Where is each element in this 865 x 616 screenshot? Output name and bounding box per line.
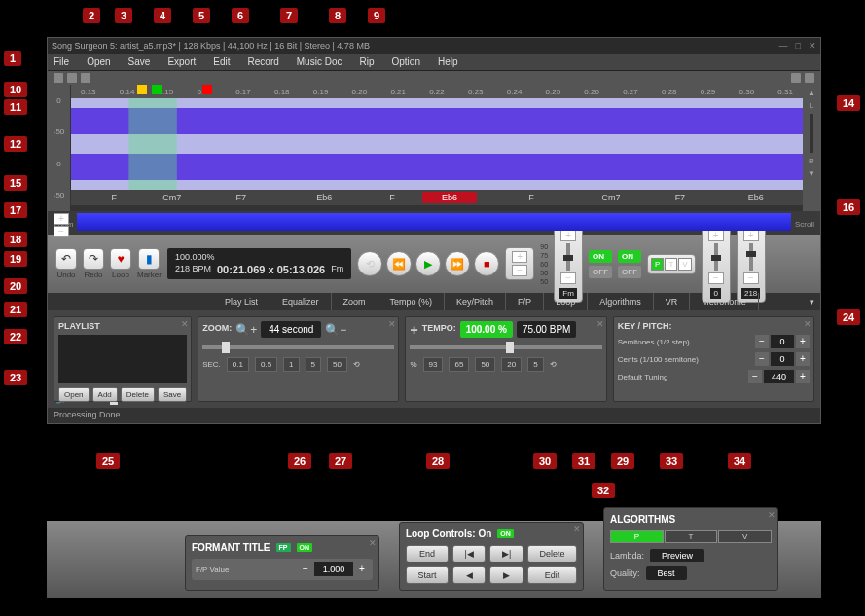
tab-metronome[interactable]: Metronome — [690, 293, 759, 310]
key-plus-button[interactable]: + — [560, 230, 576, 241]
playlist-save-button[interactable]: Save — [158, 387, 187, 402]
menu-save[interactable]: Save — [128, 56, 151, 67]
tempo-slider[interactable] — [410, 345, 601, 349]
playlist-delete-button[interactable]: Delete — [121, 387, 155, 402]
tempo-thumb[interactable] — [506, 342, 514, 353]
metro-slider[interactable] — [749, 243, 753, 271]
zoom-thumb[interactable] — [222, 342, 230, 353]
menu-edit[interactable]: Edit — [213, 56, 230, 67]
menu-musicdoc[interactable]: Music Doc — [297, 56, 342, 67]
loop-off-button[interactable]: OFF — [618, 266, 641, 278]
vr-plus-button[interactable]: + — [708, 230, 724, 241]
menu-rip[interactable]: Rip — [359, 56, 374, 67]
ptv-p-button[interactable]: P — [651, 258, 664, 271]
menu-record[interactable]: Record — [248, 56, 279, 67]
tab-playlist[interactable]: Play List — [213, 293, 270, 310]
waveform[interactable] — [71, 98, 803, 190]
tab-loop[interactable]: Loop — [544, 293, 588, 310]
menu-open[interactable]: Open — [87, 56, 110, 67]
menu-export[interactable]: Export — [167, 56, 196, 67]
tempo-plus-icon[interactable]: + — [410, 322, 417, 338]
formant-plus-button[interactable]: + — [355, 562, 369, 576]
zoom-preset-button[interactable]: 0.1 — [227, 357, 249, 372]
panel-close-icon[interactable]: ✕ — [388, 319, 396, 329]
key-slider[interactable] — [566, 243, 570, 271]
slider-thumb[interactable] — [746, 251, 756, 257]
semi-plus-button[interactable]: + — [796, 335, 810, 348]
vr-minus-button[interactable]: − — [708, 272, 724, 284]
playlist-list[interactable] — [58, 335, 187, 383]
tab-algorithms[interactable]: Algorithms — [588, 293, 654, 310]
tempo-preset-button[interactable]: 5 — [527, 357, 543, 372]
marker-yellow-icon[interactable] — [137, 85, 147, 94]
lambda-value[interactable]: Preview — [650, 549, 704, 562]
marker-green-icon[interactable] — [152, 85, 162, 94]
toolbar-icon[interactable] — [81, 73, 90, 83]
semi-minus-button[interactable]: − — [755, 335, 769, 348]
nav-right-icon[interactable] — [805, 73, 814, 83]
zoom-out-icon[interactable]: 🔍− — [325, 323, 346, 337]
fp-off-button[interactable]: OFF — [589, 266, 612, 278]
loop-on-button[interactable]: ON — [618, 250, 641, 263]
zoom-preset-button[interactable]: 1 — [283, 357, 299, 372]
restart-button[interactable]: ⟲ — [357, 251, 382, 276]
tab-zoom[interactable]: Zoom — [332, 293, 378, 310]
panel-close-icon[interactable]: ✕ — [804, 319, 811, 329]
formant-on-toggle[interactable]: ON — [297, 543, 313, 552]
panel-close-icon[interactable]: ✕ — [596, 319, 604, 329]
ptv-v-button[interactable]: V — [678, 258, 691, 271]
zoom-in-button[interactable]: + — [54, 213, 69, 225]
tab-equalizer[interactable]: Equalizer — [270, 293, 332, 310]
minimize-icon[interactable]: — — [779, 41, 788, 51]
nav-down-icon[interactable]: ▼ — [808, 169, 815, 178]
close-icon[interactable]: ✕ — [809, 41, 816, 51]
zoom-reset-icon[interactable]: ⟲ — [353, 360, 360, 369]
zoom-in-icon[interactable]: 🔍+ — [235, 323, 257, 337]
undo-button[interactable]: ↶ — [55, 248, 77, 270]
panel-close-icon[interactable]: ✕ — [573, 525, 581, 534]
loop-prev-button[interactable]: ◀ — [452, 566, 486, 584]
metro-minus-button[interactable]: − — [743, 272, 759, 284]
tempo-plus-button[interactable]: + — [512, 251, 527, 263]
nav-left-icon[interactable] — [791, 73, 801, 83]
tuning-minus-button[interactable]: − — [748, 370, 762, 383]
loop-next-button[interactable]: ▶ — [489, 566, 523, 584]
play-button[interactable]: ▶ — [415, 251, 441, 276]
alg-p-button[interactable]: P — [610, 530, 664, 543]
loop-edit-button[interactable]: Edit — [527, 566, 577, 584]
toolbar-icon[interactable] — [54, 73, 63, 83]
maximize-icon[interactable]: □ — [796, 41, 801, 51]
rewind-button[interactable]: ⏪ — [386, 251, 412, 276]
loop-next-end-button[interactable]: ▶| — [489, 545, 523, 562]
tab-vr[interactable]: VR — [654, 293, 691, 310]
panel-close-icon[interactable]: ✕ — [768, 510, 775, 520]
cents-plus-button[interactable]: + — [796, 352, 810, 366]
loop-on-toggle[interactable]: ON — [497, 529, 514, 538]
tempo-minus-button[interactable]: − — [512, 265, 527, 276]
tab-tempo[interactable]: Tempo (%) — [378, 293, 446, 310]
fp-on-button[interactable]: ON — [589, 250, 612, 263]
loop-delete-button[interactable]: Delete — [527, 545, 577, 562]
toolbar-icon[interactable] — [67, 73, 77, 83]
menu-file[interactable]: File — [54, 56, 69, 67]
marker-button[interactable]: ▮ — [138, 248, 160, 270]
metro-plus-button[interactable]: + — [743, 230, 759, 241]
zoom-slider[interactable] — [202, 345, 394, 349]
redo-button[interactable]: ↷ — [83, 248, 104, 270]
zoom-preset-button[interactable]: 50 — [327, 357, 347, 372]
loop-prev-start-button[interactable]: |◀ — [452, 545, 486, 562]
tempo-preset-button[interactable]: 50 — [475, 357, 495, 372]
panel-close-icon[interactable]: ✕ — [369, 538, 377, 548]
zoom-preset-button[interactable]: 0.5 — [255, 357, 277, 372]
menu-help[interactable]: Help — [438, 56, 458, 67]
tempo-preset-button[interactable]: 65 — [449, 357, 469, 372]
menu-option[interactable]: Option — [391, 56, 419, 67]
quality-value[interactable]: Best — [646, 566, 687, 580]
zoom-out-button[interactable]: − — [54, 226, 69, 237]
slider-thumb[interactable] — [711, 255, 721, 261]
loop-button[interactable]: ♥ — [110, 248, 131, 270]
cents-minus-button[interactable]: − — [755, 352, 769, 366]
marker-red-icon[interactable] — [202, 85, 212, 94]
playlist-add-button[interactable]: Add — [92, 387, 118, 402]
playlist-open-button[interactable]: Open — [58, 387, 90, 402]
